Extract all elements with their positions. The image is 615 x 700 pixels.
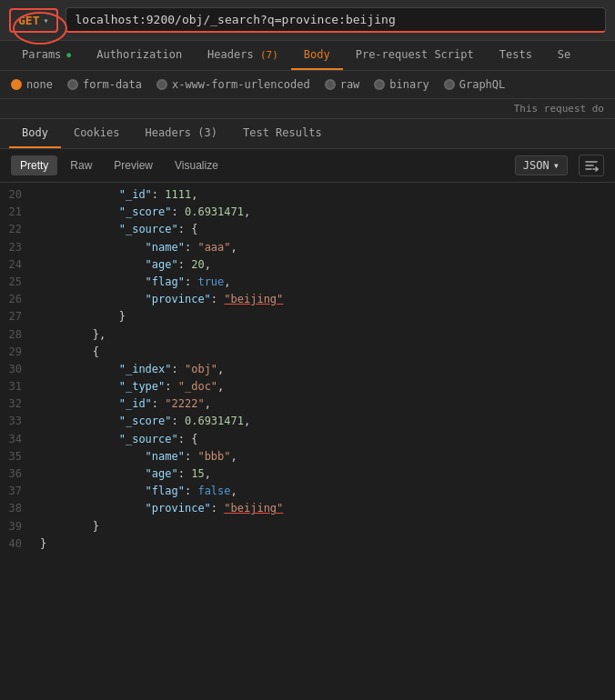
tab-authorization[interactable]: Authorization [84,41,195,70]
response-tab-test-results[interactable]: Test Results [230,119,335,148]
line-28: }, [40,326,615,344]
request-note: This request do [0,99,615,119]
line-24: "age": 20, [40,256,615,274]
line-39: } [40,518,615,535]
code-area: "_id": 1111, "_score": 0.6931471, "_sour… [33,183,615,655]
format-visualize[interactable]: Visualize [166,155,227,175]
response-tabs: Body Cookies Headers (3) Test Results [0,119,615,149]
line-37: "flag": false, [40,483,615,500]
line-25: "flag": true, [40,274,615,291]
option-urlencoded[interactable]: x-www-form-urlencoded [156,78,310,91]
radio-binary [374,79,385,90]
line-numbers: 20 21 22 23 24 25 26 27 28 29 30 31 32 3… [0,183,33,655]
option-form-data[interactable]: form-data [67,78,142,91]
line-20: "_id": 1111, [40,186,615,204]
line-32: "_id": "2222", [40,395,615,413]
response-tab-headers[interactable]: Headers (3) [132,119,229,148]
radio-none [11,79,22,90]
line-22: "_source": { [40,221,615,238]
line-31: "_type": "_doc", [40,378,615,395]
json-content: 20 21 22 23 24 25 26 27 28 29 30 31 32 3… [0,183,615,655]
option-binary[interactable]: binary [374,78,428,91]
option-raw[interactable]: raw [325,78,360,91]
line-35: "name": "bbb", [40,448,615,465]
tab-headers[interactable]: Headers (7) [195,41,291,70]
tab-se[interactable]: Se [545,41,583,70]
format-preview[interactable]: Preview [105,155,162,175]
radio-urlencoded [156,79,167,90]
line-36: "age": 15, [40,465,615,483]
method-selector[interactable]: GET ▾ [9,8,58,33]
line-29: { [40,344,615,361]
option-none[interactable]: none [11,78,53,91]
option-graphql[interactable]: GraphQL [444,78,506,91]
response-tab-cookies[interactable]: Cookies [61,119,133,148]
tab-tests[interactable]: Tests [487,41,545,70]
top-bar: GET ▾ [0,0,615,41]
line-30: "_index": "obj", [40,361,615,378]
tab-params[interactable]: Params ● [9,41,84,70]
response-tab-body[interactable]: Body [9,119,61,148]
line-26: "province": "beijing" [40,291,615,308]
line-27: } [40,308,615,325]
line-33: "_score": 0.6931471, [40,413,615,430]
line-21: "_score": 0.6931471, [40,204,615,221]
json-format-selector[interactable]: JSON ▾ [515,155,568,175]
method-chevron-icon: ▾ [43,15,48,25]
line-40: } [40,535,615,553]
tab-body[interactable]: Body [291,41,343,70]
line-23: "name": "aaa", [40,239,615,256]
json-chevron-icon: ▾ [553,159,560,172]
radio-graphql [444,79,455,90]
request-tabs: Params ● Authorization Headers (7) Body … [0,41,615,71]
tab-pre-request[interactable]: Pre-request Script [343,41,487,70]
format-raw[interactable]: Raw [61,155,101,175]
url-input[interactable] [66,7,606,33]
radio-raw [325,79,336,90]
wrap-button[interactable] [579,155,604,176]
format-bar: Pretty Raw Preview Visualize JSON ▾ [0,149,615,183]
method-label: GET [18,14,39,27]
body-options: none form-data x-www-form-urlencoded raw… [0,71,615,99]
line-34: "_source": { [40,431,615,448]
radio-form-data [67,79,78,90]
format-pretty[interactable]: Pretty [11,155,57,175]
line-38: "province": "beijing" [40,500,615,517]
